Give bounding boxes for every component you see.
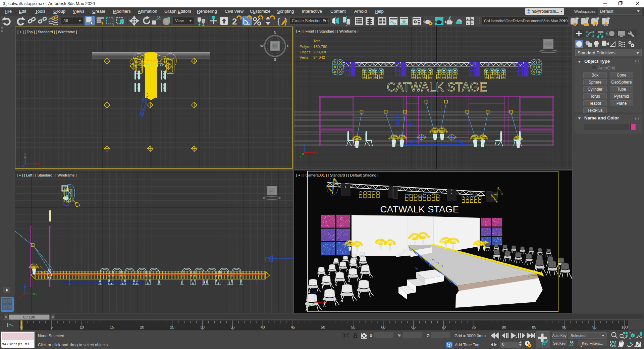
svg-text:N: N xyxy=(274,31,276,35)
svg-text:x: x xyxy=(325,301,327,305)
svg-text:100: 100 xyxy=(621,325,628,329)
svg-text:94,042: 94,042 xyxy=(313,55,325,59)
svg-text:Edges:: Edges: xyxy=(300,50,312,54)
svg-text:Verts:: Verts: xyxy=(300,55,309,59)
svg-text:{: { xyxy=(277,16,280,26)
svg-text:LEFT: LEFT xyxy=(269,190,275,192)
svg-text:z: z xyxy=(314,290,316,293)
svg-text:x: x xyxy=(38,162,40,166)
svg-text:z: z xyxy=(20,164,22,167)
svg-text:35: 35 xyxy=(230,325,235,329)
svg-text:30: 30 xyxy=(200,325,205,329)
svg-text:65: 65 xyxy=(411,325,416,329)
svg-text:ho@robertshi...: ho@robertshi... xyxy=(532,9,559,14)
svg-text:E: E xyxy=(287,44,289,48)
svg-text:15: 15 xyxy=(110,325,114,329)
svg-text:45: 45 xyxy=(291,325,295,329)
svg-text:5: 5 xyxy=(51,325,53,329)
svg-text:S: S xyxy=(274,57,276,61)
svg-text:293,036: 293,036 xyxy=(313,50,327,54)
svg-text:y: y xyxy=(309,304,311,307)
svg-text:Create Selection Set: Create Selection Set xyxy=(292,18,329,23)
svg-text:All: All xyxy=(63,18,68,23)
svg-text:40: 40 xyxy=(261,325,265,329)
svg-text:y: y xyxy=(24,152,26,156)
svg-text:75: 75 xyxy=(472,325,476,329)
svg-text:95: 95 xyxy=(592,325,597,329)
svg-text:CATWALK STAGE: CATWALK STAGE xyxy=(387,80,487,94)
svg-text:z: z xyxy=(304,141,305,144)
svg-text:z: z xyxy=(24,282,26,285)
svg-text:Polys:: Polys: xyxy=(300,45,310,49)
svg-text:10: 10 xyxy=(79,325,84,329)
svg-text:80: 80 xyxy=(502,325,506,329)
svg-text:0: 0 xyxy=(20,325,22,329)
svg-text:20: 20 xyxy=(140,325,144,329)
svg-text:TOP: TOP xyxy=(273,45,277,47)
svg-text:90: 90 xyxy=(562,325,567,329)
svg-text:x: x xyxy=(316,151,318,155)
svg-text:70: 70 xyxy=(441,325,446,329)
svg-text:50: 50 xyxy=(321,325,325,329)
svg-text:y: y xyxy=(19,295,21,298)
svg-text:x: x xyxy=(36,293,37,296)
svg-text:2: 2 xyxy=(232,16,237,26)
svg-text:3: 3 xyxy=(3,1,5,6)
svg-text:CATWALK STAGE: CATWALK STAGE xyxy=(380,204,459,214)
svg-text:FRONT: FRONT xyxy=(544,43,553,45)
svg-text:25: 25 xyxy=(170,325,174,329)
svg-text:W: W xyxy=(260,44,264,48)
svg-text:C:\Users\ho\OneDrive\Documents: C:\Users\ho\OneDrive\Documents\3ds Max 2… xyxy=(484,19,568,23)
svg-text:55: 55 xyxy=(351,325,356,329)
svg-text:y: y xyxy=(300,155,301,158)
svg-text:Total: Total xyxy=(313,39,321,43)
svg-text:View: View xyxy=(175,18,184,23)
svg-text:85: 85 xyxy=(532,325,536,329)
svg-text:60: 60 xyxy=(381,325,385,329)
svg-text:150,780: 150,780 xyxy=(313,45,327,49)
